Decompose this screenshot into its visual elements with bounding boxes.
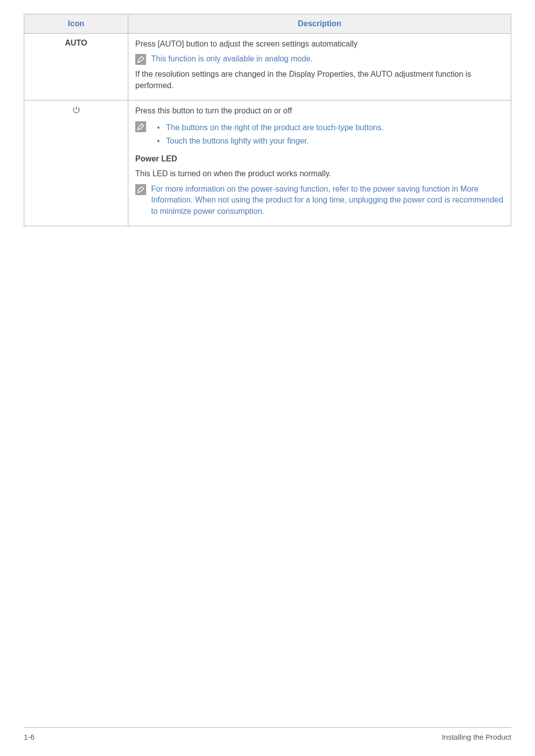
header-icon: Icon: [24, 14, 128, 34]
auto-desc-1: Press [AUTO] button to adjust the screen…: [135, 39, 504, 50]
power-icon: [72, 105, 81, 116]
footer-page-number: 1-6: [24, 733, 35, 741]
pencil-note-icon: [135, 121, 146, 132]
table-row: Press this button to turn the product on…: [24, 101, 511, 226]
auto-note-1: This function is only available in analo…: [151, 53, 313, 64]
note-list-item: The buttons on the right of the product …: [157, 121, 383, 134]
footer-section-title: Installing the Product: [442, 733, 511, 741]
pencil-note-icon: [135, 184, 146, 195]
header-description: Description: [128, 14, 511, 34]
auto-label: AUTO: [65, 39, 87, 47]
note-block: For more information on the power-saving…: [135, 184, 504, 217]
power-note-2: For more information on the power-saving…: [151, 184, 504, 217]
table-row: AUTO Press [AUTO] button to adjust the s…: [24, 34, 511, 101]
doc-table: Icon Description AUTO Press [AUTO] butto…: [24, 14, 511, 226]
note-list-item: Touch the buttons lightly with your fing…: [157, 134, 383, 148]
page-footer: 1-6 Installing the Product: [24, 727, 511, 741]
note-block: The buttons on the right of the product …: [135, 121, 504, 148]
power-desc-2: This LED is turned on when the product w…: [135, 168, 504, 179]
power-led-subheading: Power LED: [135, 153, 504, 164]
power-desc-1: Press this button to turn the product on…: [135, 105, 504, 116]
auto-desc-2: If the resolution settings are changed i…: [135, 69, 504, 91]
note-list: The buttons on the right of the product …: [151, 121, 383, 148]
pencil-note-icon: [135, 54, 146, 65]
note-block: This function is only available in analo…: [135, 53, 504, 65]
